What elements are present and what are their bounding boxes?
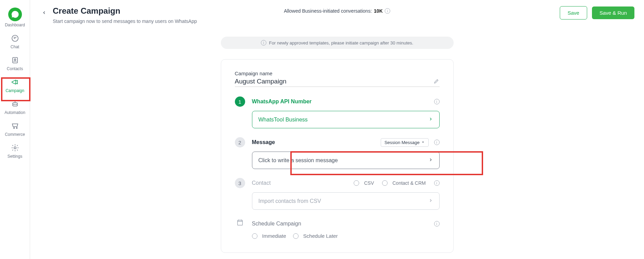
app-logo	[8, 8, 22, 21]
campaign-card: Campaign name 1 WhatsApp API Number	[221, 59, 454, 253]
sidebar-label-contacts: Contacts	[7, 66, 23, 71]
api-number-value: WhatsTool Business	[258, 117, 308, 123]
template-notice: i For newly approved templates, please i…	[221, 37, 454, 49]
radio-icon	[354, 180, 359, 186]
info-icon[interactable]: i	[434, 180, 440, 186]
message-type-value: Session Message	[384, 140, 420, 145]
svg-point-8	[14, 147, 16, 149]
back-button[interactable]	[40, 8, 49, 17]
sidebar-item-automation[interactable]: Automation	[0, 96, 30, 118]
svg-point-5	[16, 104, 16, 105]
radio-icon	[382, 180, 388, 186]
step-3-number: 3	[235, 178, 245, 188]
sidebar-label-automation: Automation	[4, 110, 25, 115]
import-contacts-label: Import contacts from CSV	[258, 198, 321, 204]
chevron-right-icon	[428, 157, 433, 164]
radio-icon	[252, 233, 257, 239]
sidebar-label-chat: Chat	[11, 44, 19, 49]
svg-point-7	[16, 128, 17, 129]
main: Create Campaign Start campaign now to se…	[30, 0, 644, 259]
gear-icon	[11, 144, 19, 152]
page-subtitle: Start campaign now to send messages to m…	[53, 18, 197, 24]
contact-source-csv[interactable]: CSV	[354, 180, 374, 186]
sidebar-item-chat[interactable]: Chat	[0, 30, 30, 52]
schedule-title: Schedule Campaign	[252, 221, 301, 227]
allowed-conversations: Allowed Business-initiated conversations…	[284, 8, 390, 14]
session-message-placeholder: Click to write a session message	[258, 157, 338, 164]
allowed-label: Allowed Business-initiated conversations…	[284, 8, 372, 14]
sidebar-label-commerce: Commerce	[5, 132, 25, 137]
svg-rect-3	[13, 103, 17, 106]
info-icon: i	[261, 40, 266, 46]
calendar-icon	[235, 219, 245, 226]
cart-icon	[11, 122, 19, 130]
radio-icon	[293, 233, 299, 239]
svg-point-4	[14, 104, 14, 105]
svg-point-2	[14, 59, 15, 60]
sidebar-label-dashboard: Dashboard	[5, 23, 25, 27]
sidebar-item-settings[interactable]: Settings	[0, 140, 30, 161]
info-icon[interactable]: i	[385, 8, 390, 14]
save-run-button[interactable]: Save & Run	[592, 7, 634, 19]
page-title: Create Campaign	[53, 6, 197, 16]
sidebar-item-campaign[interactable]: Campaign	[0, 74, 30, 96]
step-contact-title: Contact	[252, 180, 271, 186]
save-button[interactable]: Save	[560, 6, 587, 20]
svg-point-6	[13, 128, 14, 129]
step-message-title: Message	[252, 139, 275, 145]
api-number-select[interactable]: WhatsTool Business	[252, 111, 440, 128]
sidebar: Dashboard Chat Contacts Campaign Automat…	[0, 0, 30, 259]
topbar: Create Campaign Start campaign now to se…	[30, 0, 644, 27]
message-type-dropdown[interactable]: Session Message	[381, 138, 429, 147]
sidebar-item-contacts[interactable]: Contacts	[0, 52, 30, 74]
edit-icon[interactable]	[433, 78, 440, 85]
sidebar-item-commerce[interactable]: Commerce	[0, 118, 30, 140]
megaphone-icon	[11, 78, 19, 86]
campaign-name-input[interactable]	[235, 78, 433, 85]
contact-source-crm[interactable]: Contact & CRM	[382, 180, 426, 186]
sidebar-label-campaign: Campaign	[5, 88, 24, 93]
sidebar-label-settings: Settings	[8, 154, 22, 159]
svg-rect-9	[237, 220, 242, 225]
step-2-number: 2	[235, 137, 245, 147]
info-icon[interactable]: i	[434, 221, 440, 226]
chevron-right-icon	[428, 116, 433, 123]
chevron-right-icon	[428, 197, 433, 205]
info-icon[interactable]: i	[434, 140, 440, 145]
info-icon[interactable]: i	[434, 99, 440, 104]
write-session-message-button[interactable]: Click to write a session message	[252, 152, 440, 169]
chat-icon	[11, 34, 19, 42]
contacts-icon	[11, 56, 19, 64]
campaign-name-label: Campaign name	[235, 70, 440, 76]
step-1-number: 1	[235, 96, 245, 107]
chevron-down-icon	[421, 140, 425, 145]
import-contacts-button[interactable]: Import contacts from CSV	[252, 192, 440, 210]
allowed-value: 10K	[374, 8, 383, 14]
notice-text: For newly approved templates, please ini…	[269, 40, 413, 46]
sidebar-item-dashboard[interactable]: Dashboard	[0, 3, 30, 30]
schedule-immediate-radio[interactable]: Immediate	[252, 233, 286, 239]
step-api-title: WhatsApp API Number	[252, 99, 312, 105]
robot-icon	[11, 100, 19, 108]
schedule-later-radio[interactable]: Schedule Later	[293, 233, 338, 239]
